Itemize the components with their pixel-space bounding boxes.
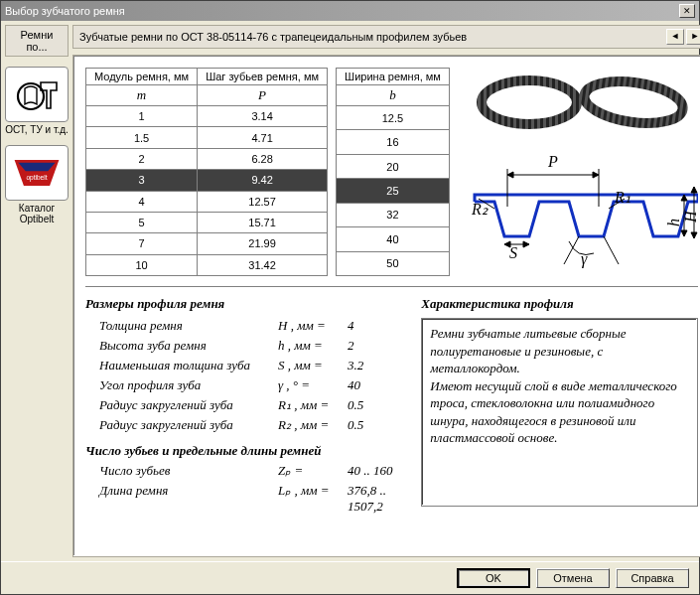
close-icon[interactable]: ✕ [679, 4, 695, 18]
cancel-button[interactable]: Отмена [536, 568, 610, 588]
col-pitch-symbol: P [198, 85, 328, 106]
param-row: Радиус закруглений зубаR₁ , мм =0.5 [99, 397, 403, 413]
prev-button[interactable]: ◄ [666, 29, 684, 45]
table-row[interactable]: 32 [337, 203, 450, 226]
table-row[interactable]: 26.28 [86, 148, 328, 169]
characteristic-title: Характеристика профиля [421, 296, 698, 312]
table-row[interactable]: 412.57 [86, 191, 328, 212]
content-panel: Модуль ремня, мм Шаг зубьев ремня, мм m … [72, 55, 700, 557]
module-pitch-table[interactable]: Модуль ремня, мм Шаг зубьев ремня, мм m … [85, 68, 328, 276]
table-row[interactable]: 515.71 [86, 212, 328, 232]
svg-text:H: H [682, 210, 698, 223]
main-header-text: Зубчатые ремни по ОСТ 38-05114-76 с трап… [79, 31, 664, 43]
main-header: Зубчатые ремни по ОСТ 38-05114-76 с трап… [72, 25, 700, 49]
profile-title: Размеры профиля ремня [85, 296, 403, 312]
help-button[interactable]: Справка [616, 568, 689, 588]
svg-point-7 [582, 75, 686, 129]
table-row[interactable]: 40 [337, 227, 450, 251]
belt-photo-illustration [475, 68, 693, 137]
param-row: Длина ремняLₚ , мм =376,8 .. 1507,2 [99, 483, 403, 515]
divider [85, 286, 698, 288]
table-row[interactable]: 20 [337, 154, 450, 178]
table-row[interactable]: 721.99 [86, 233, 328, 254]
titlebar: Выбор зубчатого ремня ✕ [1, 1, 699, 21]
table-row[interactable]: 1031.42 [86, 254, 328, 275]
profile-characteristic: Характеристика профиля Ремни зубчатые ли… [421, 296, 698, 519]
svg-point-6 [482, 80, 577, 124]
tooth-profile-diagram: P H h S γ R₁ R₂ [470, 147, 698, 276]
param-row: Угол профиля зубаγ , ° =40 [99, 377, 403, 393]
dialog-window: Выбор зубчатого ремня ✕ Ремни по... ОСТ,… [0, 0, 700, 595]
col-module-symbol: m [86, 85, 198, 106]
param-row: Радиус закруглений зубаR₂ , мм =0.5 [99, 417, 403, 433]
col-module-header: Модуль ремня, мм [86, 69, 198, 85]
table-row[interactable]: 12.5 [337, 106, 450, 130]
table-row[interactable]: 1.54.71 [86, 127, 328, 148]
next-button[interactable]: ► [686, 29, 700, 45]
col-pitch-header: Шаг зубьев ремня, мм [198, 69, 328, 85]
sidebar-header: Ремни по... [5, 25, 69, 57]
svg-line-14 [564, 236, 579, 264]
svg-text:γ: γ [581, 250, 588, 268]
window-title: Выбор зубчатого ремня [5, 5, 679, 17]
table-row[interactable]: 39.42 [86, 170, 328, 191]
sidebar-item-ost[interactable]: ОСТ, ТУ и т.д. [5, 63, 69, 135]
sidebar-item-optibelt[interactable]: optibelt Каталог Optibelt [5, 141, 69, 224]
table-row[interactable]: 25 [337, 179, 450, 203]
svg-text:R₂: R₂ [471, 201, 489, 218]
profile-subtitle: Число зубьев и предельные длины ремней [85, 443, 403, 459]
characteristic-text: Ремни зубчатые литьевые сборные полиурет… [421, 318, 698, 507]
param-row: Число зубьевZₚ =40 .. 160 [99, 463, 403, 479]
col-width-header: Ширина ремня, мм [337, 69, 450, 85]
table-row[interactable]: 13.14 [86, 106, 328, 127]
sidebar-item-label: ОСТ, ТУ и т.д. [5, 124, 69, 135]
sidebar-item-label: Каталог Optibelt [5, 203, 69, 224]
svg-text:h: h [665, 219, 682, 226]
ok-button[interactable]: OK [457, 568, 530, 588]
svg-text:P: P [547, 153, 558, 170]
table-row[interactable]: 50 [337, 251, 450, 275]
param-row: Наименьшая толщина зубаS , мм =3.2 [99, 358, 403, 373]
svg-line-15 [604, 236, 619, 264]
param-row: Толщина ремняH , мм =4 [99, 318, 403, 334]
col-width-symbol: b [337, 85, 450, 106]
svg-text:R₁: R₁ [614, 189, 630, 206]
svg-point-0 [18, 83, 44, 109]
sidebar: Ремни по... ОСТ, ТУ и т.д. optib [5, 25, 69, 557]
profile-dimensions: Размеры профиля ремня Толщина ремняH , м… [85, 296, 403, 519]
svg-text:S: S [509, 244, 517, 261]
svg-text:optibelt: optibelt [26, 174, 47, 182]
width-table[interactable]: Ширина ремня, мм b 12.5162025324050 [336, 68, 450, 276]
dialog-buttons: OK Отмена Справка [1, 561, 699, 594]
ost-logo-icon [5, 67, 69, 122]
table-row[interactable]: 16 [337, 130, 450, 154]
param-row: Высота зуба ремняh , мм =2 [99, 338, 403, 354]
optibelt-logo-icon: optibelt [5, 145, 69, 201]
